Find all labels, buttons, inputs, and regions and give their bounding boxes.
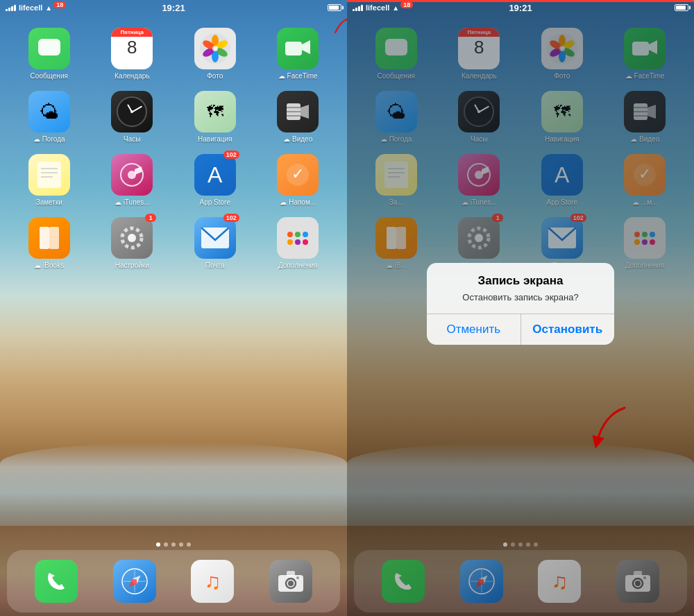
photos-icon — [199, 33, 231, 65]
clock-icon — [117, 96, 147, 127]
app-reminders-label: ☁ Напом... — [280, 198, 316, 207]
svg-point-28 — [128, 234, 136, 242]
right-status-left: lifecell ▲ 18 — [353, 3, 413, 12]
arrow-annotation-stop — [583, 401, 638, 456]
app-facetime[interactable]: ☁ FaceTime — [260, 28, 337, 80]
right-battery-icon — [675, 4, 688, 11]
right-carrier-label: lifecell — [366, 3, 389, 12]
app-clock-label: Часы — [124, 135, 140, 144]
app-additions[interactable]: Дополнения — [260, 217, 337, 270]
app-photos-label: Фото — [207, 72, 223, 80]
maps-icon: 🗺 — [194, 91, 236, 132]
appstore-icon: A — [208, 162, 222, 188]
app-photos[interactable]: Фото — [176, 28, 254, 80]
notes-icon — [36, 160, 62, 189]
app-itunes[interactable]: ☁ iTunes... — [94, 154, 171, 207]
right-notification-badge-wrap: 18 — [402, 7, 413, 8]
app-appstore-label: App Store — [200, 198, 230, 207]
calendar-weekday: Пятница — [111, 28, 153, 37]
app-additions-label: Дополнения — [278, 262, 318, 270]
mail-icon — [201, 228, 229, 248]
battery-fill — [329, 6, 339, 10]
settings-icon — [119, 225, 145, 251]
app-videos-label: ☁ Видео — [283, 135, 312, 144]
dock-phone[interactable] — [35, 560, 78, 603]
right-notification-badge: 18 — [400, 1, 413, 8]
right-wifi-icon: ▲ — [392, 4, 399, 12]
right-status-right — [675, 4, 688, 11]
svg-rect-37 — [287, 571, 295, 576]
dock-camera[interactable] — [269, 560, 312, 603]
ibooks-icon — [37, 225, 62, 250]
app-clock[interactable]: Часы — [94, 91, 171, 144]
app-appstore[interactable]: A 102 App Store — [176, 154, 254, 207]
dock-safari[interactable] — [113, 560, 156, 603]
right-phone-screen: lifecell ▲ 18 19:21 Сообщения Пятница — [347, 0, 694, 616]
svg-point-39 — [288, 581, 294, 586]
facetime-icon — [285, 39, 310, 58]
camera-icon — [278, 571, 303, 592]
left-app-grid: Сообщения Пятница 8 Календарь — [0, 21, 347, 277]
svg-rect-18 — [37, 162, 61, 188]
carrier-label: lifecell — [19, 3, 42, 12]
app-calendar-label: Календарь — [115, 72, 149, 80]
safari-icon — [121, 567, 149, 595]
page-dot-1 — [164, 542, 168, 547]
app-settings[interactable]: 1 Настройки — [94, 217, 171, 270]
app-mail-label: Почта — [205, 262, 225, 270]
battery-icon — [328, 4, 341, 11]
app-notes[interactable]: Заметки — [10, 154, 88, 207]
itunes-icon — [119, 162, 144, 187]
app-ibooks[interactable]: ☁ iBooks — [10, 217, 88, 270]
svg-rect-26 — [40, 227, 49, 249]
app-weather[interactable]: 🌤 ☁ Погода — [10, 91, 88, 144]
app-settings-badge: 1 — [145, 214, 156, 222]
right-battery-fill — [676, 6, 686, 10]
app-reminders[interactable]: ✓ ☁ Напом... — [260, 154, 337, 207]
svg-rect-27 — [49, 227, 59, 249]
app-videos[interactable]: ☁ Видео — [260, 91, 337, 144]
app-messages[interactable]: Сообщения — [10, 28, 88, 80]
app-notes-label: Заметки — [36, 198, 62, 207]
alert-cancel-button[interactable]: Отменить — [427, 314, 521, 345]
videos-icon — [287, 102, 309, 121]
notification-badge: 18 — [53, 1, 66, 8]
left-status-left: lifecell ▲ 18 — [6, 3, 66, 12]
alert-buttons: Отменить Остановить — [427, 314, 614, 345]
page-dots — [0, 542, 347, 547]
calendar-icon: Пятница 8 — [111, 28, 153, 69]
alert-message: Остановить запись экрана? — [438, 292, 603, 302]
app-ibooks-label: ☁ iBooks — [34, 262, 64, 270]
app-calendar[interactable]: Пятница 8 Календарь — [94, 28, 171, 80]
left-phone-screen: lifecell ▲ 18 19:21 Сообщения Пятница — [0, 0, 347, 616]
svg-rect-0 — [38, 39, 60, 55]
page-dot-0 — [156, 542, 160, 547]
app-mail-badge: 102 — [223, 214, 239, 222]
app-maps-label: Навигация — [198, 135, 232, 144]
svg-point-40 — [296, 576, 299, 579]
app-maps[interactable]: 🗺 Навигация — [176, 91, 254, 144]
page-dot-2 — [171, 542, 176, 547]
reminders-icon: ✓ — [277, 154, 319, 196]
additions-icon — [277, 217, 319, 259]
alert-content: Запись экрана Остановить запись экрана? — [427, 263, 614, 302]
alert-title: Запись экрана — [438, 274, 603, 288]
left-status-bar: lifecell ▲ 18 19:21 — [0, 0, 347, 15]
app-appstore-badge: 102 — [223, 151, 239, 159]
alert-dialog: Запись экрана Остановить запись экрана? … — [427, 263, 614, 345]
app-weather-label: ☁ Погода — [33, 135, 65, 144]
alert-stop-button[interactable]: Остановить — [521, 314, 615, 345]
svg-point-9 — [212, 46, 218, 51]
time-label: 19:21 — [162, 3, 185, 13]
app-itunes-label: ☁ iTunes... — [115, 198, 150, 207]
music-icon: ♫ — [204, 569, 221, 594]
app-mail[interactable]: 102 Почта — [176, 217, 254, 270]
arrow-annotation-photos — [332, 15, 347, 36]
dock-music[interactable]: ♫ — [191, 560, 234, 603]
right-time-label: 19:21 — [509, 3, 532, 13]
app-facetime-label: ☁ FaceTime — [278, 72, 318, 80]
weather-icon: 🌤 — [40, 101, 59, 123]
left-dock: ♫ — [7, 550, 340, 613]
right-status-bar: lifecell ▲ 18 19:21 — [347, 0, 694, 15]
left-status-right — [328, 4, 341, 11]
